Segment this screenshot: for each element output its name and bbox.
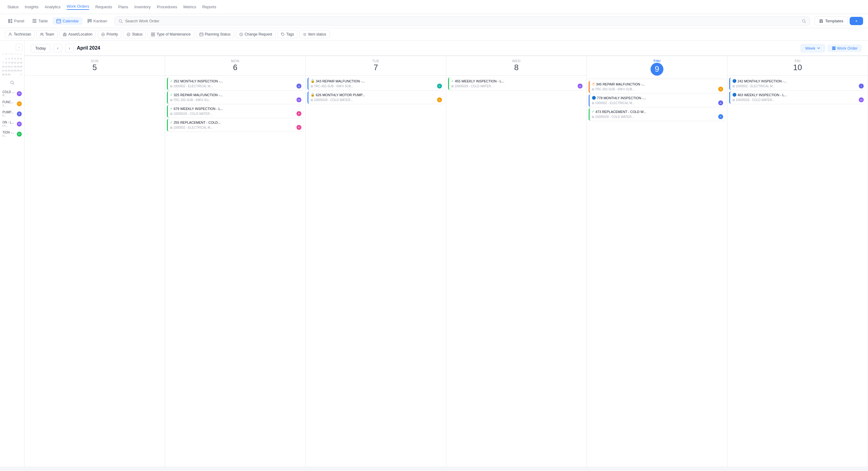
event-card[interactable]: ⏱ 345 REPAIR MALFUNCTION -... ⊞ TRC-302-… (589, 81, 725, 93)
mini-cal-day[interactable]: 23 (8, 69, 10, 72)
event-card[interactable]: ✓ 252 MONTHLY INSPECTION -... ⊞ 1000502 … (167, 77, 304, 90)
search-trigger-icon[interactable] (802, 19, 806, 23)
panel-view-button[interactable]: Panel (5, 17, 27, 25)
mini-cal-day[interactable]: 5 (17, 57, 20, 61)
nav-insights[interactable]: Insights (25, 5, 39, 9)
svg-rect-10 (88, 19, 89, 23)
search-input[interactable] (125, 19, 800, 23)
filter-asset-location[interactable]: Asset/Location (59, 30, 96, 38)
mini-cal-day[interactable]: 3 (11, 57, 13, 61)
nav-status[interactable]: Status (7, 5, 19, 9)
calendar-icon (56, 19, 61, 23)
kanban-view-button[interactable]: Kanban (84, 17, 110, 25)
event-card[interactable]: 🔵 242 MONTHLY INSPECTION -... ⊞ 1000502 … (729, 77, 866, 90)
list-item[interactable]: ON - L... LA... M (2, 120, 22, 128)
mini-cal-day[interactable]: 8 (5, 61, 8, 65)
event-card[interactable]: ✓ 255 REPLACEMENT - COLD... ⊞ 1000502 - … (167, 119, 304, 131)
work-order-view-button[interactable]: Work Order (828, 44, 862, 52)
mini-cal-day[interactable]: 7 (20, 73, 22, 76)
mini-cal-day[interactable]: 2 (8, 57, 10, 61)
filter-item-status[interactable]: Item status (299, 30, 330, 38)
nav-analytics[interactable]: Analytics (45, 5, 61, 9)
clock-icon (239, 32, 243, 36)
mini-cal-day[interactable]: 24 (11, 69, 13, 72)
filter-technician[interactable]: Technician (5, 30, 35, 38)
svg-rect-46 (832, 49, 836, 50)
svg-rect-6 (57, 19, 61, 23)
templates-button[interactable]: Templates (814, 17, 848, 25)
nav-metrics[interactable]: Metrics (183, 5, 196, 9)
left-panel-search-icon[interactable] (10, 80, 15, 86)
search-box[interactable] (115, 17, 810, 25)
svg-rect-1 (10, 19, 12, 21)
event-card[interactable]: 🔒 626 MONTHLY MOTOR PUMP... ⊞ 10005028 -… (308, 91, 444, 104)
grid-icon (151, 32, 155, 36)
next-week-button[interactable]: › (65, 44, 74, 52)
event-card[interactable]: ✓ 455 WEEKLY INSPECTION - L... ⊞ 1000502… (448, 77, 585, 90)
today-button[interactable]: Today (31, 44, 51, 52)
list-item[interactable]: COLD W... R... M (2, 90, 22, 97)
prev-week-button[interactable]: ‹ (54, 44, 62, 52)
mini-cal-day[interactable]: 27 (20, 69, 22, 72)
mini-cal-day[interactable]: 12 (17, 61, 20, 65)
new-button[interactable]: + (849, 17, 863, 25)
mini-cal-days: S M T W T F S (2, 53, 22, 55)
filter-planning-status[interactable]: Planning Status (196, 30, 234, 38)
mini-cal-day[interactable]: 6 (20, 57, 22, 61)
mini-cal-day[interactable]: 9 (8, 61, 10, 65)
cal-col-mon: MON 6 ✓ 252 MONTHLY INSPECTION -... ⊞ 10… (165, 56, 306, 466)
mini-cal-day[interactable]: 22 (5, 69, 8, 72)
mini-cal-day[interactable]: 21 (2, 69, 5, 72)
filter-change-request[interactable]: Change Request (236, 30, 276, 38)
week-selector-button[interactable]: Week (801, 44, 825, 52)
nav-work-orders[interactable]: Work Orders (67, 4, 89, 10)
mini-cal-day[interactable]: 20 (20, 65, 22, 69)
mini-cal-day[interactable]: 1 (5, 57, 8, 61)
mini-cal-day[interactable]: 16 (8, 65, 10, 69)
nav-procedures[interactable]: Procedures (157, 5, 177, 9)
event-card[interactable]: 🔵 778 MONTHLY INSPECTION -... ⊞ 1000502 … (589, 94, 725, 107)
list-icon (303, 32, 307, 36)
mini-cal-day[interactable]: 14 (2, 65, 5, 69)
cal-col-wed: WED 8 ✓ 455 WEEKLY INSPECTION - L... ⊞ 1… (446, 56, 587, 466)
event-card[interactable]: 🔒 343 REPAIR MALFUNCTION -... ⊞ TRC-302-… (308, 77, 444, 90)
calendar-view-button[interactable]: Calendar (53, 17, 83, 25)
nav-reports[interactable]: Reports (202, 5, 216, 9)
nav-requests[interactable]: Requests (95, 5, 112, 9)
svg-point-19 (42, 33, 43, 34)
list-item[interactable]: PUMP... 0... A (2, 110, 22, 118)
filter-priority[interactable]: Priority (98, 30, 121, 38)
mini-cal-day[interactable]: 15 (5, 65, 8, 69)
mini-cal-day[interactable]: 29 (5, 73, 8, 76)
mini-cal-day[interactable]: 30 (8, 73, 10, 76)
mini-cal-day[interactable]: 19 (17, 65, 20, 69)
event-card[interactable]: ✓ 679 WEEKLY INSPECTION - L... ⊞ 1000502… (167, 105, 304, 118)
filter-type-maintenance[interactable]: Type of Maintenance (148, 30, 194, 38)
cal-col-fri: FRI 10 🔵 242 MONTHLY INSPECTION -... ⊞ 1… (727, 56, 868, 466)
mini-cal-day[interactable]: 18 (14, 65, 17, 69)
mini-cal-day[interactable] (2, 57, 5, 61)
event-card[interactable]: ✓ 325 REPAIR MALFUNCTION -... ⊞ TRC-302-… (167, 91, 304, 104)
svg-rect-4 (32, 21, 36, 22)
filter-status[interactable]: Status (123, 30, 146, 38)
mini-cal-day[interactable]: 10 (11, 61, 13, 65)
mini-cal-day[interactable]: 25 (14, 69, 17, 72)
mini-cal-day[interactable]: 17 (11, 65, 13, 69)
event-card[interactable]: ✓ 473 REPLACEMENT - COLD W... ⊞ 10005028… (589, 108, 725, 121)
svg-line-43 (13, 84, 14, 85)
nav-plans[interactable]: Plans (118, 5, 128, 9)
mini-cal-day[interactable]: 28 (2, 73, 5, 76)
list-item[interactable]: FUNCTI... 1... S (2, 100, 22, 107)
filter-team[interactable]: Team (36, 30, 58, 38)
mini-cal-day[interactable]: 11 (14, 61, 17, 65)
list-item[interactable]: TION -... U... E (2, 130, 22, 138)
mini-cal-day[interactable]: 7 (2, 61, 5, 65)
filter-tags[interactable]: Tags (278, 30, 298, 38)
mini-cal-day[interactable]: 13 (20, 61, 22, 65)
event-card[interactable]: 🔵 463 WEEKLY INSPECTION - L... ⊞ 1000502… (729, 91, 866, 104)
mini-cal-day[interactable]: 4 (14, 57, 17, 61)
collapse-arrow[interactable]: › (2, 44, 22, 51)
nav-inventory[interactable]: Inventory (134, 5, 151, 9)
table-view-button[interactable]: Table (29, 17, 51, 25)
mini-cal-day[interactable]: 26 (17, 69, 20, 72)
